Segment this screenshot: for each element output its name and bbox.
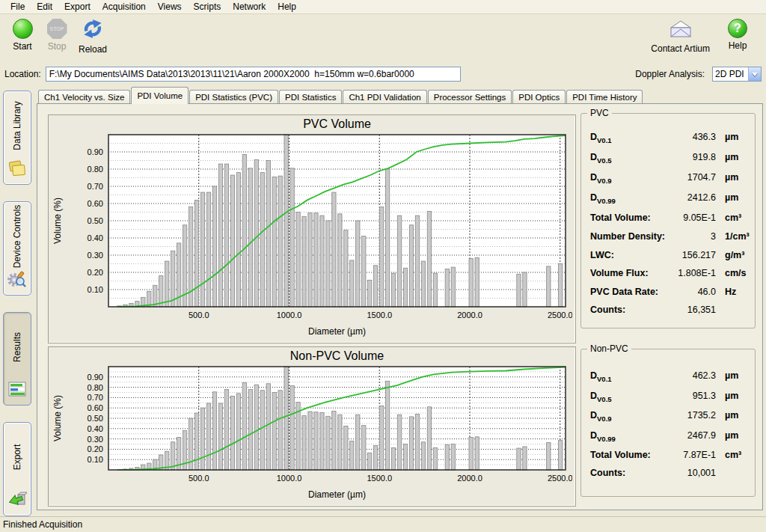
sidebar: Data Library Device Controls xyxy=(0,85,35,516)
bar xyxy=(242,154,246,307)
bar xyxy=(218,164,222,307)
menu-acquisition[interactable]: Acquisition xyxy=(96,0,152,13)
tab-pdi-statistics-pvc[interactable]: PDI Statistics (PVC) xyxy=(189,90,278,104)
start-button[interactable]: Start xyxy=(7,17,37,56)
svg-text:2500.0: 2500.0 xyxy=(548,474,572,483)
tab-pdi-volume[interactable]: PDI Volume xyxy=(131,87,189,104)
location-input[interactable] xyxy=(46,67,461,82)
menu-file[interactable]: File xyxy=(4,0,31,13)
bar xyxy=(344,426,348,470)
svg-text:2000.0: 2000.0 xyxy=(457,474,482,483)
start-icon xyxy=(13,19,33,39)
tab-ch1-pdi-validation[interactable]: Ch1 PDI Validation xyxy=(343,90,426,104)
pdi-volume-page: PVC Volume0.100.200.300.400.500.600.700.… xyxy=(37,103,763,510)
stat-row: Number Density:31/cm³ xyxy=(590,231,749,242)
stat-label: DV0.9 xyxy=(590,172,667,185)
bar xyxy=(559,264,563,308)
menu-export[interactable]: Export xyxy=(58,0,96,13)
stat-value: 9.05E-1 xyxy=(667,213,716,223)
bar xyxy=(206,403,210,470)
gears-icon xyxy=(7,270,27,291)
svg-text:0.70: 0.70 xyxy=(88,182,103,191)
stat-label: DV0.9 xyxy=(590,410,667,423)
help-button[interactable]: ? Help xyxy=(723,17,753,55)
stat-row: PVC Data Rate:46.0Hz xyxy=(590,287,749,297)
contact-artium-button[interactable]: Contact Artium xyxy=(649,17,712,55)
bar xyxy=(547,442,551,470)
bar xyxy=(230,396,234,470)
bar xyxy=(391,447,395,470)
bar xyxy=(230,175,234,307)
svg-text:500.0: 500.0 xyxy=(189,474,209,483)
bar xyxy=(517,448,521,470)
bar xyxy=(451,444,455,471)
doppler-analysis-combo[interactable]: 2D PDI xyxy=(712,67,762,82)
bar xyxy=(212,392,216,470)
bar xyxy=(517,274,521,307)
svg-text:0.30: 0.30 xyxy=(88,435,103,444)
bar xyxy=(415,414,419,470)
svg-text:Volume (%): Volume (%) xyxy=(52,395,63,441)
bar xyxy=(344,230,348,307)
tab-ch1-velocity-vs-size[interactable]: Ch1 Velocity vs. Size xyxy=(38,90,130,104)
tab-container: Ch1 Velocity vs. Size PDI Volume PDI Sta… xyxy=(37,87,763,510)
menu-edit[interactable]: Edit xyxy=(31,0,58,13)
bar xyxy=(248,389,252,470)
tab-pdi-time-history[interactable]: PDI Time History xyxy=(566,90,643,104)
menu-network[interactable]: Network xyxy=(227,0,272,13)
bar xyxy=(320,412,324,470)
tab-pdi-optics[interactable]: PDI Optics xyxy=(512,90,566,104)
stat-row: DV0.1462.3µm xyxy=(590,370,749,383)
bar xyxy=(403,444,407,471)
bar xyxy=(260,173,264,307)
bar xyxy=(296,213,300,308)
bar xyxy=(290,168,294,307)
stat-value: 951.3 xyxy=(667,391,716,401)
svg-text:0.80: 0.80 xyxy=(88,383,103,392)
reload-icon xyxy=(82,19,103,42)
tab-processor-settings[interactable]: Processor Settings xyxy=(428,90,512,104)
stat-row: Counts:10,001 xyxy=(590,468,749,478)
stat-label: Volume Flux: xyxy=(590,268,667,278)
stat-unit: µm xyxy=(716,430,749,441)
sidebar-item-results[interactable]: Results xyxy=(3,312,31,406)
stat-value: 46.0 xyxy=(667,287,716,297)
menu-scripts[interactable]: Scripts xyxy=(188,0,227,13)
pvc-volume-chart-panel: PVC Volume0.100.200.300.400.500.600.700.… xyxy=(48,114,576,343)
bar xyxy=(469,438,473,470)
stat-label: PVC Data Rate: xyxy=(590,287,667,297)
stat-label: DV0.5 xyxy=(590,152,667,165)
sidebar-item-export[interactable]: Export xyxy=(3,422,31,516)
stat-label: LWC: xyxy=(590,250,667,260)
stat-value: 156.217 xyxy=(667,250,716,260)
folders-icon xyxy=(7,159,27,180)
bar xyxy=(427,211,431,307)
stat-value: 1.808E-1 xyxy=(667,268,716,278)
bar xyxy=(547,266,551,307)
menu-views[interactable]: Views xyxy=(152,0,188,13)
reload-button[interactable]: Reload xyxy=(76,17,109,56)
bar xyxy=(272,177,276,307)
stat-row: DV0.91704.7µm xyxy=(590,172,749,185)
status-bar: Finished Acquisition xyxy=(0,516,766,532)
stat-unit: µm xyxy=(716,172,749,183)
bar xyxy=(415,215,419,307)
combo-dropdown-button[interactable] xyxy=(748,67,761,81)
sidebar-item-device-controls[interactable]: Device Controls xyxy=(3,201,31,296)
stat-value: 2412.6 xyxy=(667,192,716,203)
stat-label: DV0.99 xyxy=(590,192,667,205)
bar xyxy=(236,173,240,307)
svg-text:500.0: 500.0 xyxy=(189,311,209,319)
stop-button: STOP Stop xyxy=(42,17,72,56)
tab-pdi-statistics[interactable]: PDI Statistics xyxy=(279,90,342,104)
bar xyxy=(260,391,264,470)
doppler-analysis-label: Doppler Analysis: xyxy=(635,69,705,79)
results-chart-icon xyxy=(7,380,27,401)
start-label: Start xyxy=(13,41,31,52)
menu-help[interactable]: Help xyxy=(272,0,302,13)
sidebar-item-data-library[interactable]: Data Library xyxy=(3,91,31,185)
stop-icon: STOP xyxy=(47,19,67,39)
svg-text:Diameter (µm): Diameter (µm) xyxy=(308,326,366,337)
sidebar-label: Device Controls xyxy=(4,202,31,271)
svg-text:1500.0: 1500.0 xyxy=(367,311,392,319)
